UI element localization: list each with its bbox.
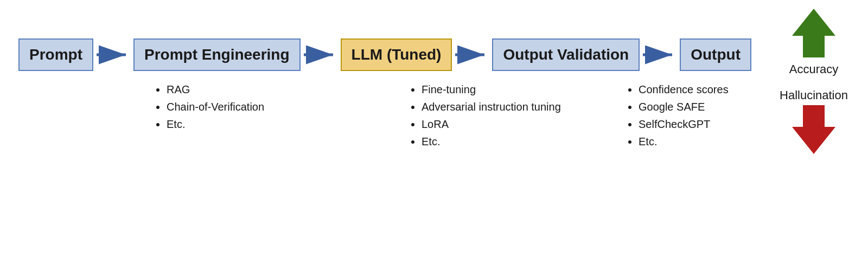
output-box: Output: [680, 38, 751, 71]
arrow-4: [641, 41, 679, 68]
bullet-adversarial: Adversarial instruction tuning: [422, 98, 580, 115]
prompt-engineering-bullets: RAG Chain-of-Verification Etc.: [151, 81, 363, 133]
bullet-rag: RAG: [167, 81, 363, 98]
flow-row: Prompt Prompt Engineering: [11, 38, 857, 71]
bullet-etc-2: Etc.: [422, 133, 580, 150]
output-validation-box: Output Validation: [492, 38, 640, 71]
hallucination-label: Hallucination: [780, 88, 848, 102]
arrow-3: [453, 41, 491, 68]
prompt-box: Prompt: [18, 38, 93, 71]
arrow-2: [302, 41, 340, 68]
bullet-selfcheckgpt: SelfCheckGPT: [639, 115, 786, 133]
bullet-etc-1: Etc.: [167, 115, 363, 133]
bullet-google-safe: Google SAFE: [639, 98, 786, 115]
bullet-lora: LoRA: [422, 115, 580, 133]
bullet-cov: Chain-of-Verification: [167, 98, 363, 115]
svg-marker-1: [792, 105, 835, 154]
llm-box: LLM (Tuned): [341, 38, 452, 71]
llm-bullets: Fine-tuning Adversarial instruction tuni…: [406, 81, 580, 150]
bullet-confidence: Confidence scores: [639, 81, 786, 98]
bullet-etc-3: Etc.: [639, 133, 786, 150]
bullets-row: RAG Chain-of-Verification Etc. Fine-tuni…: [11, 81, 857, 150]
side-panel: Accuracy Hallucination: [770, 6, 857, 157]
arrow-1: [94, 41, 132, 68]
bullet-finetuning: Fine-tuning: [422, 81, 580, 98]
hallucination-arrow-icon: [789, 102, 838, 157]
diagram-container: Accuracy Hallucination Prompt Prom: [11, 6, 857, 272]
prompt-engineering-box: Prompt Engineering: [133, 38, 301, 71]
output-validation-bullets: Confidence scores Google SAFE SelfCheckG…: [623, 81, 786, 150]
